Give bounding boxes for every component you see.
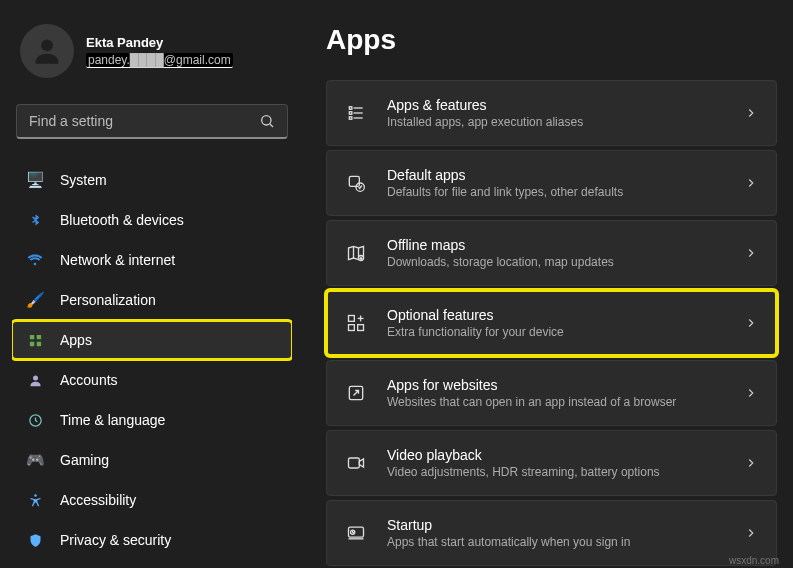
card-video-playback[interactable]: Video playback Video adjustments, HDR st…: [326, 430, 777, 496]
clock-icon: [26, 411, 44, 429]
card-subtitle: Websites that can open in an app instead…: [387, 395, 744, 409]
sidebar-item-label: Privacy & security: [60, 532, 171, 548]
svg-rect-24: [358, 325, 364, 331]
sidebar-nav: 🖥️ System Bluetooth & devices Network & …: [12, 161, 292, 552]
sidebar-item-label: Accessibility: [60, 492, 136, 508]
sidebar-item-gaming[interactable]: 🎮 Gaming: [12, 441, 292, 479]
chevron-right-icon: [744, 106, 758, 120]
sidebar-item-accounts[interactable]: Accounts: [12, 361, 292, 399]
svg-rect-4: [36, 334, 40, 338]
sidebar: Ekta Pandey pandey.████@gmail.com 🖥️ Sys…: [0, 0, 300, 568]
sidebar-item-system[interactable]: 🖥️ System: [12, 161, 292, 199]
chevron-right-icon: [744, 386, 758, 400]
svg-point-1: [262, 116, 271, 125]
open-external-icon: [345, 382, 367, 404]
card-apps-websites[interactable]: Apps for websites Websites that can open…: [326, 360, 777, 426]
svg-line-2: [270, 124, 273, 127]
display-icon: 🖥️: [26, 171, 44, 189]
profile-email: pandey.████@gmail.com: [86, 53, 233, 68]
card-title: Startup: [387, 517, 744, 533]
apps-icon: [26, 331, 44, 349]
list-icon: [345, 102, 367, 124]
svg-rect-5: [29, 341, 33, 345]
svg-rect-22: [349, 316, 355, 322]
card-subtitle: Apps that start automatically when you s…: [387, 535, 744, 549]
card-offline-maps[interactable]: Offline maps Downloads, storage location…: [326, 220, 777, 286]
card-default-apps[interactable]: Default apps Defaults for file and link …: [326, 150, 777, 216]
page-title: Apps: [326, 24, 777, 56]
chevron-right-icon: [744, 316, 758, 330]
gamepad-icon: 🎮: [26, 451, 44, 469]
search-icon: [259, 113, 275, 129]
sidebar-item-bluetooth[interactable]: Bluetooth & devices: [12, 201, 292, 239]
svg-point-7: [33, 375, 38, 380]
sidebar-item-time[interactable]: Time & language: [12, 401, 292, 439]
accessibility-icon: [26, 491, 44, 509]
sidebar-item-label: Bluetooth & devices: [60, 212, 184, 228]
wifi-icon: [26, 251, 44, 269]
sidebar-item-network[interactable]: Network & internet: [12, 241, 292, 279]
video-icon: [345, 452, 367, 474]
chevron-right-icon: [744, 526, 758, 540]
person-icon: [26, 371, 44, 389]
card-title: Default apps: [387, 167, 744, 183]
startup-icon: [345, 522, 367, 544]
svg-rect-28: [349, 458, 360, 468]
chevron-right-icon: [744, 246, 758, 260]
svg-point-0: [41, 39, 53, 51]
optional-features-icon: [345, 312, 367, 334]
sidebar-item-label: Gaming: [60, 452, 109, 468]
map-icon: [345, 242, 367, 264]
card-optional-features[interactable]: Optional features Extra functionality fo…: [326, 290, 777, 356]
sidebar-item-privacy[interactable]: Privacy & security: [12, 521, 292, 552]
watermark: wsxdn.com: [729, 555, 779, 566]
svg-rect-16: [349, 176, 359, 186]
card-title: Optional features: [387, 307, 744, 323]
main-content: Apps Apps & features Installed apps, app…: [300, 0, 793, 568]
card-subtitle: Defaults for file and link types, other …: [387, 185, 744, 199]
chevron-right-icon: [744, 456, 758, 470]
card-title: Apps for websites: [387, 377, 744, 393]
brush-icon: 🖌️: [26, 291, 44, 309]
shield-icon: [26, 531, 44, 549]
card-subtitle: Extra functionality for your device: [387, 325, 744, 339]
svg-point-9: [34, 494, 37, 497]
sidebar-item-label: System: [60, 172, 107, 188]
svg-rect-6: [36, 341, 40, 345]
avatar: [20, 24, 74, 78]
search-input[interactable]: [29, 113, 259, 129]
card-apps-features[interactable]: Apps & features Installed apps, app exec…: [326, 80, 777, 146]
card-subtitle: Video adjustments, HDR streaming, batter…: [387, 465, 744, 479]
profile-name: Ekta Pandey: [86, 35, 233, 50]
card-subtitle: Downloads, storage location, map updates: [387, 255, 744, 269]
card-startup[interactable]: Startup Apps that start automatically wh…: [326, 500, 777, 566]
card-title: Video playback: [387, 447, 744, 463]
sidebar-item-label: Network & internet: [60, 252, 175, 268]
sidebar-item-label: Time & language: [60, 412, 165, 428]
svg-rect-3: [29, 334, 33, 338]
sidebar-item-label: Apps: [60, 332, 92, 348]
default-apps-icon: [345, 172, 367, 194]
profile-block[interactable]: Ekta Pandey pandey.████@gmail.com: [12, 16, 292, 86]
svg-rect-14: [349, 112, 352, 115]
svg-rect-13: [349, 107, 352, 110]
svg-rect-23: [349, 325, 355, 331]
sidebar-item-label: Accounts: [60, 372, 118, 388]
svg-rect-15: [349, 117, 352, 120]
card-subtitle: Installed apps, app execution aliases: [387, 115, 744, 129]
sidebar-item-label: Personalization: [60, 292, 156, 308]
card-title: Apps & features: [387, 97, 744, 113]
search-box[interactable]: [16, 104, 288, 139]
bluetooth-icon: [26, 211, 44, 229]
sidebar-item-personalization[interactable]: 🖌️ Personalization: [12, 281, 292, 319]
card-title: Offline maps: [387, 237, 744, 253]
sidebar-item-accessibility[interactable]: Accessibility: [12, 481, 292, 519]
sidebar-item-apps[interactable]: Apps: [12, 321, 292, 359]
chevron-right-icon: [744, 176, 758, 190]
profile-text: Ekta Pandey pandey.████@gmail.com: [86, 35, 233, 68]
